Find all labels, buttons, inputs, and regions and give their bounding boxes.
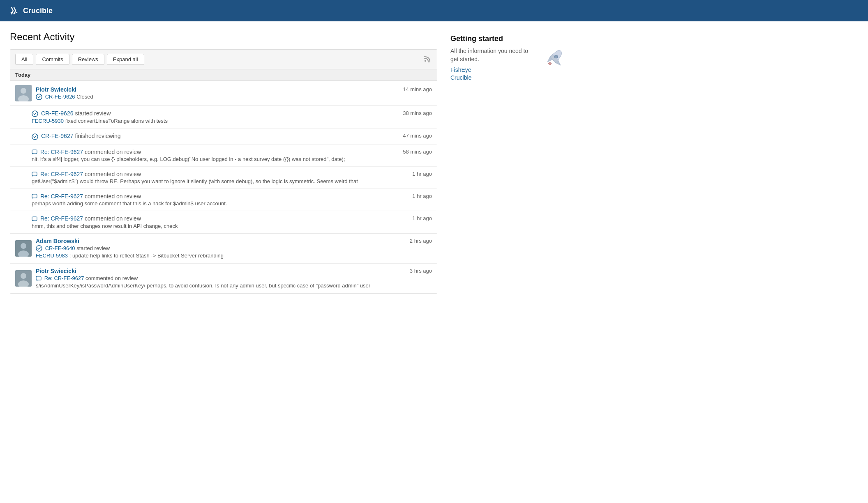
all-filter-button[interactable]: All [15, 54, 33, 65]
commit-link-fecru-5930[interactable]: FECRU-5930 [32, 118, 64, 124]
avatar-image-ps1 [15, 85, 32, 101]
user-row-piotr-1: Piotr Swiecicki CR-FE-9626 Closed [10, 81, 437, 106]
commit-sub-started: FECRU-5930 fixed convertLinesToRange alo… [32, 118, 399, 124]
rocket-icon-container [541, 47, 566, 73]
activity-group-piotr-1: Piotr Swiecicki CR-FE-9626 Closed [10, 81, 437, 234]
time-piotr-2: 3 hrs ago [410, 268, 432, 274]
filter-buttons: All Commits Reviews Expand all [15, 54, 144, 65]
page-title: Recent Activity [10, 31, 437, 43]
comment-ref-piotr2[interactable]: Re: CR-FE-9627 [44, 275, 84, 281]
piotr2-sub: Re: CR-FE-9627 commented on review [36, 275, 406, 282]
commits-filter-button[interactable]: Commits [36, 54, 69, 65]
comment-ref-link-3[interactable]: Re: CR-FE-9627 [40, 193, 83, 200]
adam-sub: CR-FE-9640 started review [36, 245, 406, 252]
comment-icon-piotr2 [36, 276, 42, 282]
activity-row-comment-2: Re: CR-FE-9627 commented on review getUs… [10, 167, 437, 189]
activity-row-finished: CR-FE-9627 finished reviewing 47 mins ag… [10, 129, 437, 144]
time-comment-3: 1 hr ago [412, 193, 432, 199]
content-area: Recent Activity All Commits Reviews Expa… [10, 31, 437, 294]
activity-main-comment-3: Re: CR-FE-9627 commented on review perha… [32, 193, 432, 207]
avatar-piotr-1 [15, 85, 32, 101]
time-comment-4: 1 hr ago [412, 215, 432, 221]
sidebar-description: All the information you need to get star… [450, 47, 536, 63]
comment-action-3: Re: CR-FE-9627 commented on review [32, 193, 408, 200]
rss-button[interactable] [424, 55, 432, 64]
user-header-content-piotr-2: Piotr Swiecicki Re: CR-FE-9627 commented… [36, 268, 432, 289]
user-header-content-piotr-1: Piotr Swiecicki CR-FE-9626 Closed [36, 86, 432, 101]
comment-ref-link-2[interactable]: Re: CR-FE-9627 [40, 171, 83, 177]
comment-action-2: Re: CR-FE-9627 commented on review [32, 171, 408, 177]
activity-group-piotr-2: Piotr Swiecicki Re: CR-FE-9627 commented… [10, 264, 437, 294]
review-link-cr-fe-9626-2[interactable]: CR-FE-9626 [41, 110, 74, 117]
time-piotr-1: 14 mins ago [403, 86, 432, 92]
expand-all-button[interactable]: Expand all [107, 54, 144, 65]
activity-content-started: CR-FE-9626 started review FECRU-5930 fix… [32, 110, 432, 124]
activity-main-comment-4: Re: CR-FE-9627 commented on review hmm, … [32, 215, 432, 229]
activity-content-finished: CR-FE-9627 finished reviewing 47 mins ag… [32, 133, 432, 140]
activity-text-started: CR-FE-9626 started review FECRU-5930 fix… [32, 110, 399, 124]
comment-icon-2 [32, 172, 37, 177]
time-comment-1: 58 mins ago [403, 149, 432, 155]
svg-rect-8 [32, 150, 37, 154]
user-name-adam[interactable]: Adam Borowski [36, 238, 79, 244]
sidebar-title: Getting started [450, 34, 566, 43]
svg-point-17 [21, 273, 26, 279]
sidebar-text: All the information you need to get star… [450, 47, 536, 82]
commit-msg-fecru-5983: : update help links to reflect Stash -> … [69, 253, 224, 259]
logo[interactable]: Crucible [8, 5, 53, 16]
activity-main-finished: CR-FE-9627 finished reviewing 47 mins ag… [32, 133, 432, 140]
logo-text: Crucible [23, 7, 53, 15]
filter-bar: All Commits Reviews Expand all [10, 49, 437, 69]
rocket-icon [541, 47, 566, 72]
user-name-piotr-1[interactable]: Piotr Swiecicki [36, 86, 76, 93]
adam-commit-sub: FECRU-5983 : update help links to reflec… [36, 253, 406, 259]
activity-row-comment-1: Re: CR-FE-9627 commented on review nit, … [10, 145, 437, 167]
svg-rect-0 [8, 5, 20, 16]
review-icon-finished [32, 133, 38, 140]
svg-rect-1 [425, 60, 426, 62]
comment-icon-4 [32, 216, 37, 222]
review-link-cr-fe-9626-1[interactable]: CR-FE-9626 [45, 94, 75, 100]
activity-content-comment-1: Re: CR-FE-9627 commented on review nit, … [32, 149, 432, 162]
activity-content-comment-2: Re: CR-FE-9627 commented on review getUs… [32, 171, 432, 184]
activity-row-comment-3: Re: CR-FE-9627 commented on review perha… [10, 189, 437, 211]
time-comment-2: 1 hr ago [412, 171, 432, 177]
comment-ref-link-1[interactable]: Re: CR-FE-9627 [40, 149, 83, 155]
user-sub-piotr-1: CR-FE-9626 Closed [36, 94, 399, 101]
review-icon-started [32, 110, 38, 117]
date-header: Today [10, 69, 437, 81]
user-name-piotr-2[interactable]: Piotr Swiecicki [36, 268, 76, 274]
svg-rect-11 [32, 217, 37, 220]
activity-content-comment-4: Re: CR-FE-9627 commented on review hmm, … [32, 215, 432, 229]
commit-link-fecru-5983[interactable]: FECRU-5983 [36, 253, 68, 259]
sidebar-link-fisheye[interactable]: FishEye [450, 67, 536, 73]
svg-rect-19 [36, 276, 41, 280]
sidebar-link-crucible[interactable]: Crucible [450, 74, 536, 81]
main-container: Recent Activity All Commits Reviews Expa… [0, 21, 575, 304]
user-header-main-piotr-1: Piotr Swiecicki CR-FE-9626 Closed [36, 86, 432, 101]
sidebar: Getting started All the information you … [450, 31, 566, 294]
user-header-text-piotr-1: Piotr Swiecicki CR-FE-9626 Closed [36, 86, 399, 101]
comment-ref-link-4[interactable]: Re: CR-FE-9627 [40, 215, 83, 222]
reviews-filter-button[interactable]: Reviews [72, 54, 104, 65]
review-link-cr-fe-9640[interactable]: CR-FE-9640 [45, 245, 75, 251]
user-header-content-adam: Adam Borowski CR-FE-9640 started review [36, 238, 432, 259]
svg-rect-9 [32, 172, 37, 176]
activity-group-adam: Adam Borowski CR-FE-9640 started review [10, 234, 437, 264]
time-adam: 2 hrs ago [410, 238, 432, 244]
comment-action-1: Re: CR-FE-9627 commented on review [32, 149, 399, 155]
user-header-main-piotr-2: Piotr Swiecicki Re: CR-FE-9627 commented… [36, 268, 432, 289]
review-link-cr-fe-9627-1[interactable]: CR-FE-9627 [41, 133, 74, 139]
comment-icon-1 [32, 149, 37, 155]
action-started-text: started review [75, 110, 111, 117]
svg-point-20 [554, 55, 558, 58]
review-action-started: CR-FE-9626 started review [32, 110, 399, 117]
rss-icon [424, 55, 432, 63]
comment-action-4: Re: CR-FE-9627 commented on review [32, 215, 408, 222]
svg-rect-10 [32, 194, 37, 198]
crucible-logo-icon [8, 5, 20, 16]
avatar-adam [15, 240, 32, 257]
review-icon-1 [36, 94, 42, 100]
action-adam: started review [76, 245, 110, 251]
activity-list: Today [10, 69, 437, 294]
